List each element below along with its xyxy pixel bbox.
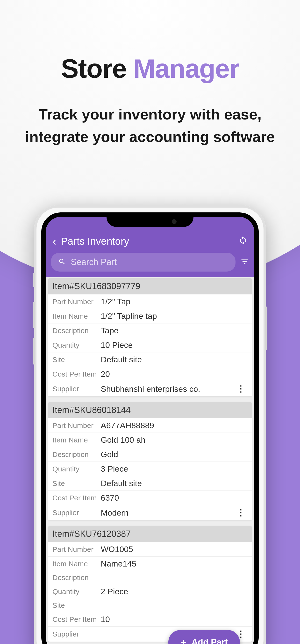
label-supplier: Supplier (52, 630, 101, 638)
label-cost: Cost Per Item (52, 370, 101, 378)
label-quantity: Quantity (52, 465, 101, 473)
app-title-marketing: Store Manager (0, 53, 300, 84)
screen-title: Parts Inventory (61, 236, 238, 247)
label-item-name: Item Name (52, 560, 101, 568)
value-supplier: Modern (101, 508, 234, 518)
card-sku: Item#SKU76120387 (48, 526, 252, 542)
label-quantity: Quantity (52, 588, 101, 596)
value-part-number: 1/2" Tap (101, 297, 248, 306)
label-part-number: Part Number (52, 422, 101, 430)
inventory-card[interactable]: Item#SKU86018144 Part NumberA677AH88889 … (48, 402, 252, 520)
value-cost: 6370 (101, 493, 248, 502)
marketing-header: Store Manager Track your inventory with … (0, 0, 300, 148)
phone-power-button (265, 306, 267, 350)
more-icon[interactable]: ⋮ (234, 508, 248, 518)
value-site: Default site (101, 479, 248, 488)
value-cost: 20 (101, 369, 248, 379)
label-quantity: Quantity (52, 341, 101, 349)
label-cost: Cost Per Item (52, 494, 101, 502)
value-cost: 10 (101, 614, 248, 624)
back-icon[interactable]: ‹ (52, 235, 56, 248)
title-word-2: Manager (133, 54, 239, 83)
value-item-name: Name145 (101, 559, 248, 568)
label-description: Description (52, 574, 101, 582)
inventory-card[interactable]: Item#SKU1683097779 Part Number1/2" Tap I… (48, 278, 252, 396)
label-site: Site (52, 480, 101, 488)
title-word-1: Store (61, 54, 133, 83)
value-description: Tape (101, 326, 248, 335)
inventory-card[interactable]: Item#SKU76120387 Part NumberWO1005 Item … (48, 526, 252, 642)
marketing-subtitle: Track your inventory with ease, integrat… (0, 103, 300, 148)
value-part-number: WO1005 (101, 544, 248, 554)
phone-volume-down (33, 338, 35, 364)
label-part-number: Part Number (52, 298, 101, 306)
phone-notch (107, 212, 193, 227)
search-input[interactable]: Search Part (51, 253, 235, 272)
phone-mockup: ‹ Parts Inventory Search Part (34, 205, 266, 644)
value-supplier: Shubhanshi enterprises co. (101, 384, 234, 394)
label-supplier: Supplier (52, 508, 101, 517)
phone-volume-up (33, 302, 35, 328)
label-site: Site (52, 601, 101, 610)
phone-bezel: ‹ Parts Inventory Search Part (41, 212, 259, 644)
label-description: Description (52, 326, 101, 335)
add-part-button[interactable]: + Add Part (168, 630, 240, 644)
value-quantity: 10 Piece (101, 340, 248, 350)
label-cost: Cost Per Item (52, 615, 101, 624)
phone-side-button (33, 273, 35, 287)
label-part-number: Part Number (52, 545, 101, 554)
value-item-name: Gold 100 ah (101, 435, 248, 444)
filter-icon[interactable] (240, 257, 249, 267)
card-sku: Item#SKU1683097779 (48, 278, 252, 294)
app-bar: ‹ Parts Inventory (46, 230, 254, 253)
label-site: Site (52, 356, 101, 364)
fab-label: Add Part (192, 637, 228, 644)
value-quantity: 3 Piece (101, 464, 248, 474)
value-quantity: 2 Piece (101, 587, 248, 596)
search-row: Search Part (46, 253, 254, 277)
label-description: Description (52, 450, 101, 458)
value-part-number: A677AH88889 (101, 421, 248, 430)
search-placeholder: Search Part (71, 257, 117, 267)
plus-icon: + (180, 636, 187, 644)
phone-screen: ‹ Parts Inventory Search Part (46, 217, 254, 644)
sync-icon[interactable] (238, 236, 248, 247)
value-description: Gold (101, 450, 248, 459)
search-icon (58, 258, 66, 266)
more-icon[interactable]: ⋮ (234, 384, 248, 394)
label-item-name: Item Name (52, 436, 101, 444)
label-item-name: Item Name (52, 312, 101, 320)
value-site: Default site (101, 355, 248, 364)
label-supplier: Supplier (52, 385, 101, 393)
inventory-list[interactable]: Item#SKU1683097779 Part Number1/2" Tap I… (46, 277, 254, 644)
value-item-name: 1/2" Tapline tap (101, 312, 248, 321)
card-sku: Item#SKU86018144 (48, 402, 252, 418)
